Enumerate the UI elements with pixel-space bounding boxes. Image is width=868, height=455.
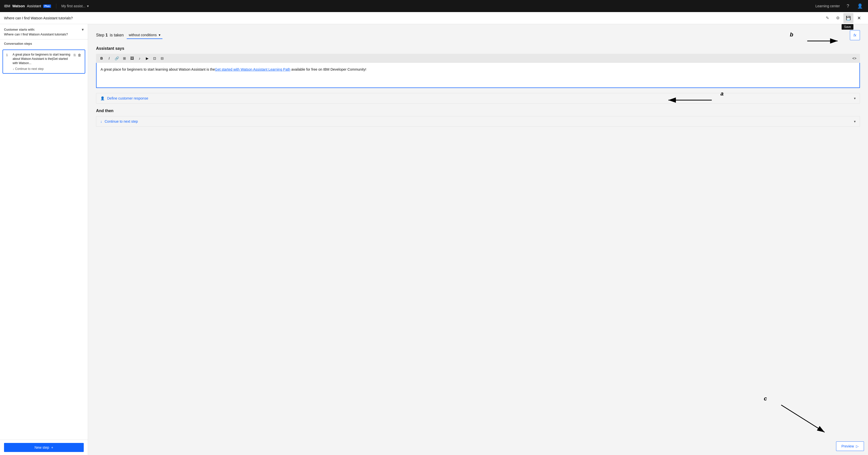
- and-then-section: And then ↓ Continue to next step ▾: [96, 108, 860, 127]
- settings-icon: ⚙: [836, 15, 840, 20]
- action-bar-actions: ✎ ⚙ 💾 Save ✕: [822, 13, 864, 23]
- italic-icon: I: [108, 56, 110, 60]
- action-bar: Where can I find Watson Assistant tutori…: [0, 12, 868, 24]
- person-icon: 👤: [100, 96, 104, 100]
- table-icon: ⊟: [161, 56, 164, 60]
- action-bar-title: Where can I find Watson Assistant tutori…: [4, 16, 822, 20]
- iframe-button[interactable]: ⊡: [151, 55, 158, 62]
- conditions-label: without conditions: [129, 33, 157, 37]
- step-header: Step 1 is taken without conditions ▾ fx: [96, 30, 860, 40]
- define-response-label: Define customer response: [107, 96, 148, 100]
- plus-icon: +: [51, 446, 53, 450]
- chevron-down-icon: ▾: [87, 4, 89, 8]
- image-button[interactable]: 🖼: [128, 55, 135, 62]
- conditions-dropdown[interactable]: without conditions ▾: [127, 31, 162, 39]
- conversation-steps-label: Conversation steps: [0, 39, 88, 48]
- table-button[interactable]: ⊟: [159, 55, 166, 62]
- topbar-right: Learning center ? 👤: [815, 2, 864, 10]
- chevron-down-icon: ▾: [854, 96, 856, 100]
- italic-button[interactable]: I: [105, 55, 113, 62]
- fx-button[interactable]: fx: [850, 30, 860, 40]
- sidebar: Customer starts with: ▾ Where can I find…: [0, 24, 88, 455]
- edit-button[interactable]: ✎: [822, 13, 832, 23]
- bold-icon: B: [100, 56, 103, 60]
- step-number: 1: [105, 33, 107, 37]
- chevron-down-icon: ▾: [159, 33, 160, 37]
- brand-plus: Plus: [43, 4, 51, 8]
- learning-center-link[interactable]: Learning center: [815, 4, 840, 8]
- main-layout: Customer starts with: ▾ Where can I find…: [0, 24, 868, 455]
- link-button[interactable]: 🔗: [113, 55, 120, 62]
- continue-next-step[interactable]: ↓ Continue to next step ▾: [96, 116, 860, 127]
- video-button[interactable]: ▶: [144, 55, 151, 62]
- editor-body[interactable]: A great place for beginners to start lea…: [96, 63, 860, 88]
- brand-ibm: IBM: [4, 4, 10, 8]
- new-step-container: New step +: [0, 440, 88, 455]
- top-navbar: IBM Watson Assistant Plus My first assis…: [0, 0, 868, 12]
- link-icon: 🔗: [115, 56, 119, 60]
- assistant-name: My first assist...: [61, 4, 86, 8]
- assistant-says-label: Assistant says: [96, 46, 860, 51]
- iframe-icon: ⊡: [153, 56, 156, 60]
- brand-logo: IBM Watson Assistant Plus: [4, 4, 51, 8]
- editor-content-after: available for free on IBM Developer Comm…: [290, 67, 366, 71]
- close-button[interactable]: ✕: [854, 13, 864, 23]
- save-button[interactable]: 💾 Save: [843, 13, 854, 23]
- user-avatar[interactable]: 👤: [856, 2, 864, 10]
- code-icon: <>: [852, 56, 857, 60]
- step-label: Step 1 is taken: [96, 33, 124, 37]
- chevron-down-icon: ▾: [854, 120, 856, 123]
- preview-container: Preview ▷: [836, 442, 864, 451]
- preview-label: Preview: [841, 444, 854, 448]
- image-icon: 🖼: [130, 56, 134, 60]
- expand-icon[interactable]: ▾: [82, 27, 84, 32]
- editor-link[interactable]: Get started with Watson Assistant Learni…: [215, 67, 290, 71]
- step-is-taken: is taken: [110, 33, 124, 37]
- preview-button[interactable]: Preview ▷: [836, 442, 864, 451]
- define-customer-response[interactable]: 👤 Define customer response ▾: [96, 93, 860, 104]
- step-number-label: 1: [6, 53, 10, 57]
- settings-button[interactable]: ⚙: [833, 13, 843, 23]
- assistant-says-section: Assistant says B I 🔗 ⊞ 🖼 ♪: [96, 46, 860, 88]
- audio-icon: ♪: [139, 56, 141, 60]
- customer-starts-label: Customer starts with:: [4, 28, 35, 31]
- nav-divider: [56, 3, 56, 8]
- audio-button[interactable]: ♪: [136, 55, 143, 62]
- customer-starts-value: Where can I find Watson Assistant tutori…: [4, 32, 84, 36]
- step-actions: ⎘ 🗑: [73, 53, 82, 58]
- fx-label: fx: [854, 33, 857, 37]
- continue-next-step-label: Continue to next step: [104, 120, 138, 123]
- down-arrow-icon: ↓: [100, 120, 102, 123]
- brand-assistant: Assistant: [27, 4, 41, 8]
- copy-step-button[interactable]: ⎘: [73, 53, 76, 58]
- save-tooltip: Save: [842, 24, 854, 30]
- down-arrow-icon: ↓: [12, 67, 14, 71]
- delete-step-button[interactable]: 🗑: [77, 53, 82, 58]
- new-step-button[interactable]: New step +: [4, 443, 84, 452]
- code-button[interactable]: <>: [851, 55, 858, 62]
- step-continue-label: Continue to next step: [15, 67, 43, 71]
- step-item-1[interactable]: 1 A great place for beginners to start l…: [2, 50, 85, 74]
- editor-content-plain: A great place for beginners to start lea…: [100, 67, 215, 71]
- customer-starts-header: Customer starts with: ▾ Where can I find…: [0, 24, 88, 39]
- new-step-label: New step: [34, 446, 49, 450]
- save-icon: 💾: [846, 15, 851, 20]
- step-word: Step: [96, 33, 104, 37]
- items-icon: ⊞: [123, 56, 126, 60]
- items-button[interactable]: ⊞: [121, 55, 128, 62]
- bold-button[interactable]: B: [98, 55, 105, 62]
- editor-toolbar: B I 🔗 ⊞ 🖼 ♪ ▶: [96, 54, 860, 63]
- and-then-label: And then: [96, 108, 860, 113]
- step-text: A great place for beginners to start lea…: [12, 53, 73, 65]
- preview-icon: ▷: [856, 444, 859, 448]
- brand-watson: Watson: [12, 4, 25, 8]
- step-content: A great place for beginners to start lea…: [12, 53, 73, 71]
- video-icon: ▶: [146, 56, 149, 60]
- edit-icon: ✎: [826, 15, 829, 20]
- close-icon: ✕: [857, 15, 861, 21]
- help-icon[interactable]: ?: [844, 2, 852, 10]
- main-content: Step 1 is taken without conditions ▾ fx …: [88, 24, 868, 455]
- assistant-selector[interactable]: My first assist... ▾: [61, 4, 89, 8]
- step-footer: ↓ Continue to next step: [12, 67, 73, 71]
